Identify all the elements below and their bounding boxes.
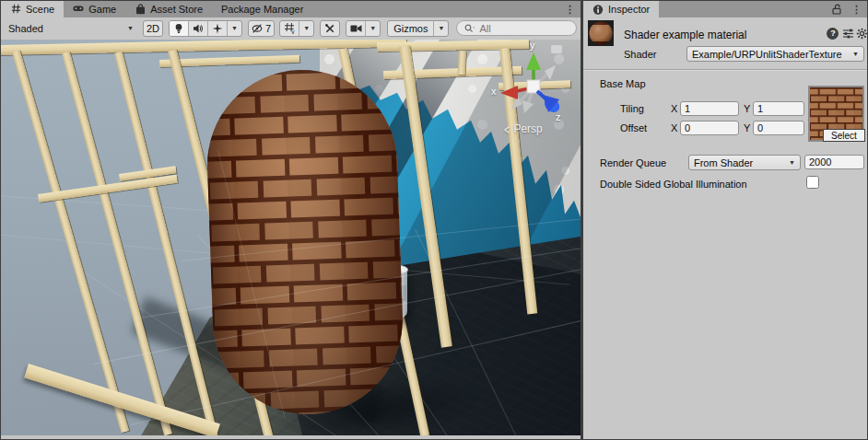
scene-viewport[interactable]: y x z < Persp — [1, 40, 581, 435]
audio-toggle-button[interactable] — [189, 21, 208, 36]
wood-post — [458, 51, 466, 75]
tiling-y-field[interactable] — [753, 101, 804, 116]
wood-stud — [114, 52, 218, 435]
gamepad-icon — [73, 4, 84, 15]
axis-z-label: z — [556, 111, 561, 122]
scene-toolbar: Shaded ▼ 2D ▼ — [1, 17, 581, 40]
draw-mode-label: Shaded — [8, 23, 127, 34]
speaker-icon — [193, 23, 204, 34]
tab-asset-store[interactable]: Asset Store — [125, 1, 212, 17]
effects-star-icon — [212, 23, 223, 34]
orientation-gizmo[interactable]: y x z — [491, 45, 576, 133]
chevron-down-icon: ▼ — [789, 159, 795, 166]
chevron-down-icon: ▼ — [303, 25, 310, 31]
tab-game[interactable]: Game — [64, 1, 125, 17]
tab-package-manager-label: Package Manager — [221, 4, 303, 15]
presets-icon[interactable] — [842, 27, 855, 40]
grid-visibility-group: y ▼ — [279, 20, 314, 37]
camera-dropdown-button[interactable]: ▼ — [366, 21, 380, 36]
render-queue-dropdown[interactable]: From Shader ▼ — [688, 155, 801, 170]
shader-dropdown[interactable]: Example/URPUnlitShaderTexture ▼ — [686, 46, 864, 62]
chevron-down-icon: ▼ — [369, 25, 376, 31]
offset-label: Offset — [620, 122, 647, 133]
inspector-menu-icon[interactable]: ⋮ — [848, 1, 865, 17]
effects-toggle-button[interactable] — [208, 21, 228, 36]
material-name: Shader example material — [624, 29, 746, 41]
scene-view-toggles: ▼ — [169, 20, 242, 37]
tools-cross-icon — [324, 23, 335, 34]
unlock-icon[interactable] — [831, 4, 842, 15]
axis-y-label: y — [530, 40, 535, 51]
shader-value: Example/URPUnlitShaderTexture — [692, 49, 848, 60]
component-tools-button[interactable] — [320, 20, 340, 37]
help-icon[interactable]: ? — [827, 27, 839, 40]
tiling-x-label: X — [671, 103, 677, 114]
tiling-label: Tiling — [620, 103, 644, 114]
inspector-body: Shader example material ? Shader Example… — [583, 17, 867, 439]
tiling-x-field[interactable] — [680, 101, 739, 116]
render-queue-mode: From Shader — [694, 157, 784, 168]
tab-scene[interactable]: Scene — [1, 1, 64, 17]
texture-select-button[interactable]: Select — [823, 129, 865, 142]
brick-capsule-object[interactable] — [204, 65, 407, 418]
offset-y-field[interactable] — [753, 121, 804, 135]
scene-grid-icon — [10, 4, 21, 15]
inspector-tabstrip: Inspector ⋮ — [583, 1, 867, 17]
gear-icon[interactable] — [856, 27, 868, 40]
grid-axis-icon: y — [284, 22, 296, 34]
double-sided-gi-label: Double Sided Global Illumination — [600, 179, 747, 190]
tab-scene-label: Scene — [26, 4, 54, 15]
info-icon — [592, 4, 604, 15]
axis-x-label: x — [491, 86, 497, 97]
gizmos-group: Gizmos ▼ — [387, 20, 449, 37]
offset-x-field[interactable] — [680, 121, 739, 135]
scene-pane-menu-icon[interactable]: ⋮ — [561, 1, 579, 17]
offset-y-label: Y — [744, 122, 750, 133]
shader-label: Shader — [624, 49, 656, 60]
material-preview-ball — [588, 20, 614, 46]
chevron-down-icon: ▼ — [231, 25, 238, 31]
svg-text:y: y — [291, 29, 295, 34]
lighting-toggle-button[interactable] — [170, 21, 189, 36]
viewport-corner-icon — [551, 45, 562, 53]
effects-dropdown-button[interactable]: ▼ — [228, 21, 241, 36]
tab-inspector-label: Inspector — [608, 4, 650, 15]
tab-inspector[interactable]: Inspector — [583, 1, 659, 17]
grid-visibility-button[interactable]: y — [280, 21, 299, 36]
scene-search-box[interactable] — [456, 20, 577, 36]
scene-camera-button[interactable] — [346, 21, 366, 36]
shopping-bag-icon — [135, 4, 146, 15]
gizmos-dropdown-button[interactable]: ▼ — [434, 21, 448, 36]
gizmos-button[interactable]: Gizmos — [388, 21, 434, 36]
gizmos-label: Gizmos — [393, 23, 428, 34]
section-separator — [583, 69, 867, 70]
tiling-y-label: Y — [744, 103, 750, 114]
scene-visibility-button[interactable]: 7 — [248, 20, 275, 37]
render-queue-value-field[interactable] — [804, 155, 864, 169]
draw-mode-dropdown[interactable]: Shaded ▼ — [5, 20, 137, 37]
persp-arrow-icon: < — [504, 121, 510, 136]
search-input[interactable] — [479, 23, 569, 34]
perspective-toggle[interactable]: < Persp — [504, 122, 543, 135]
video-camera-icon — [350, 24, 362, 33]
persp-label: Persp — [513, 122, 542, 135]
tab-asset-store-label: Asset Store — [150, 4, 203, 15]
hidden-object-count: 7 — [265, 23, 271, 34]
offset-x-label: X — [671, 122, 677, 133]
double-sided-gi-checkbox[interactable] — [806, 176, 819, 189]
tab-package-manager[interactable]: Package Manager — [212, 1, 312, 17]
lightbulb-icon — [174, 23, 183, 34]
eye-slash-icon — [252, 23, 264, 34]
unity-editor-window: Scene Game Asset Store Package Manager ⋮ — [0, 0, 868, 440]
2d-toggle-button[interactable]: 2D — [143, 20, 163, 37]
texture-select-label: Select — [831, 131, 857, 141]
inspector-pane: Inspector ⋮ Shader example material ? — [583, 1, 867, 439]
2d-toggle-label: 2D — [147, 23, 159, 34]
wood-stud — [62, 51, 172, 435]
chevron-down-icon: ▼ — [852, 51, 859, 57]
base-map-section-label: Base Map — [600, 78, 646, 89]
grid-dropdown-button[interactable]: ▼ — [299, 21, 313, 36]
scene-tabstrip: Scene Game Asset Store Package Manager ⋮ — [1, 1, 581, 17]
chevron-down-icon: ▼ — [439, 25, 445, 31]
tab-game-label: Game — [88, 4, 116, 15]
